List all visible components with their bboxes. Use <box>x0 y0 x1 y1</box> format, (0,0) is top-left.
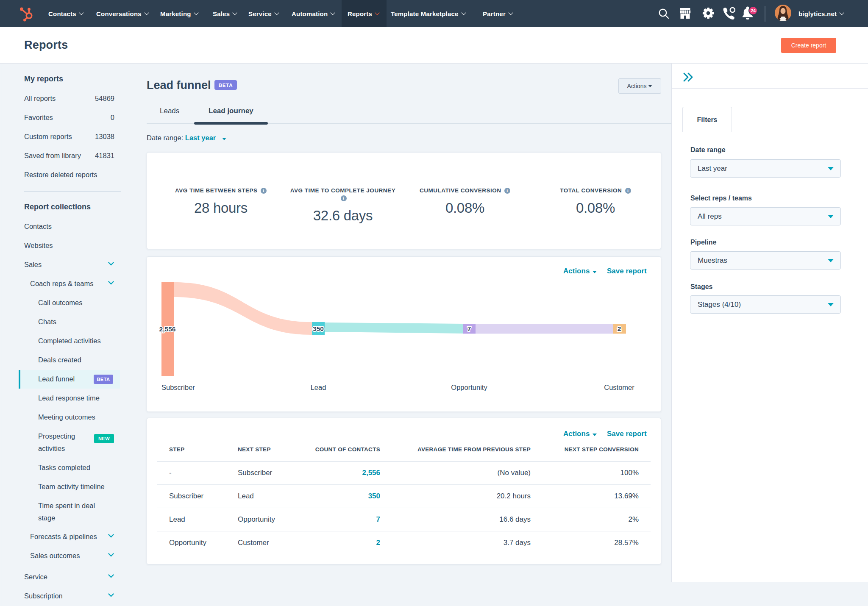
svg-text:7: 7 <box>467 325 471 332</box>
svg-text:Subscriber: Subscriber <box>161 384 195 391</box>
svg-text:Opportunity: Opportunity <box>451 384 487 391</box>
svg-text:Customer: Customer <box>604 384 634 391</box>
svg-text:Lead: Lead <box>311 384 326 391</box>
svg-text:350: 350 <box>313 325 324 332</box>
svg-text:2: 2 <box>618 325 621 332</box>
svg-text:2,556: 2,556 <box>159 325 176 333</box>
